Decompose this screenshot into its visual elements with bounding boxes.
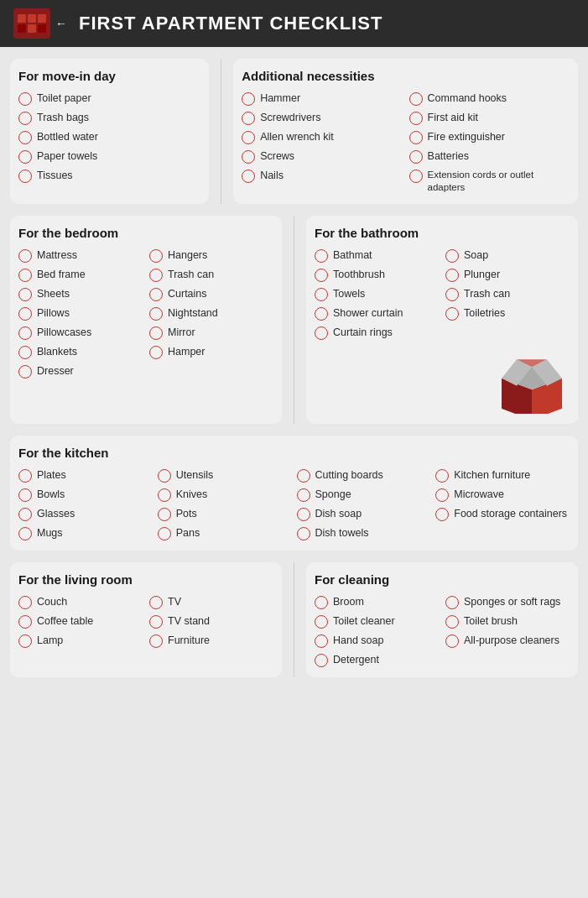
logo-cell-1 <box>18 14 26 23</box>
checkbox-circle[interactable] <box>445 269 459 282</box>
checkbox-circle[interactable] <box>149 269 163 282</box>
checkbox-circle[interactable] <box>297 508 310 521</box>
checkbox-circle[interactable] <box>315 634 328 648</box>
list-item: Broom <box>315 595 439 609</box>
checkbox-circle[interactable] <box>435 488 449 502</box>
checkbox-circle[interactable] <box>242 112 255 125</box>
row-move-in-additional: For move-in day Toilet paper Trash bags … <box>10 59 578 204</box>
list-item: Pillows <box>18 306 143 321</box>
checkbox-circle[interactable] <box>315 326 328 340</box>
list-item: Hand soap <box>315 634 439 648</box>
checkbox-circle[interactable] <box>297 488 310 502</box>
bedroom-columns: Mattress Bed frame Sheets Pillows Pillow… <box>18 248 273 379</box>
list-item: TV stand <box>149 614 273 629</box>
checkbox-circle[interactable] <box>149 346 163 359</box>
checkbox-circle[interactable] <box>18 288 32 301</box>
list-item: Food storage containers <box>435 507 570 521</box>
checkbox-circle[interactable] <box>315 307 328 321</box>
checkbox-circle[interactable] <box>18 527 32 540</box>
checkbox-circle[interactable] <box>409 170 423 183</box>
checkbox-circle[interactable] <box>18 508 32 521</box>
checkbox-circle[interactable] <box>158 469 171 483</box>
row-bedroom-bathroom: For the bedroom Mattress Bed frame Sheet… <box>10 216 578 424</box>
list-item: Mirror <box>149 326 273 340</box>
checkbox-circle[interactable] <box>18 346 32 359</box>
cleaning-col1: Broom Toilet cleaner Hand soap Detergent <box>315 595 439 667</box>
checkbox-circle[interactable] <box>297 469 310 483</box>
checkbox-circle[interactable] <box>18 634 32 648</box>
checkbox-circle[interactable] <box>18 112 32 125</box>
checkbox-circle[interactable] <box>149 596 163 609</box>
checkbox-circle[interactable] <box>242 92 255 106</box>
checkbox-circle[interactable] <box>18 488 32 502</box>
logo-cell-6 <box>38 24 46 33</box>
row-living-cleaning: For the living room Couch Coffee table L… <box>10 562 578 677</box>
section-living-room: For the living room Couch Coffee table L… <box>10 562 282 677</box>
back-arrow-icon[interactable]: ← <box>55 17 67 30</box>
checkbox-circle[interactable] <box>409 150 423 164</box>
checkbox-circle[interactable] <box>149 634 163 648</box>
list-item: Pillowcases <box>18 326 143 340</box>
checkbox-circle[interactable] <box>445 634 459 648</box>
list-item: Glasses <box>18 507 153 521</box>
checkbox-circle[interactable] <box>18 307 32 321</box>
checkbox-circle[interactable] <box>18 326 32 340</box>
checkbox-circle[interactable] <box>158 488 171 502</box>
checkbox-circle[interactable] <box>297 527 310 540</box>
checkbox-circle[interactable] <box>18 615 32 629</box>
checkbox-circle[interactable] <box>409 92 423 106</box>
checkbox-circle[interactable] <box>18 365 32 379</box>
checkbox-circle[interactable] <box>445 288 459 301</box>
list-item: Pans <box>158 526 292 540</box>
checkbox-circle[interactable] <box>18 92 32 106</box>
checkbox-circle[interactable] <box>18 469 32 483</box>
checkbox-circle[interactable] <box>149 615 163 629</box>
checkbox-circle[interactable] <box>315 615 328 629</box>
list-item: Trash can <box>149 268 273 282</box>
checkbox-circle[interactable] <box>409 131 423 144</box>
checkbox-circle[interactable] <box>18 269 32 282</box>
checkbox-circle[interactable] <box>242 131 255 144</box>
list-item: Bed frame <box>18 268 143 282</box>
list-item: Curtains <box>149 287 273 301</box>
list-item: Microwave <box>435 488 570 502</box>
logo-cell-4 <box>18 24 26 33</box>
list-item: Coffee table <box>18 614 143 629</box>
checkbox-circle[interactable] <box>315 654 328 667</box>
checkbox-circle[interactable] <box>445 615 459 629</box>
checkbox-circle[interactable] <box>18 170 32 183</box>
section-bathroom: For the bathroom Bathmat Toothbrush Towe… <box>306 216 578 424</box>
kitchen-col1: Plates Bowls Glasses Mugs <box>18 468 153 540</box>
checkbox-circle[interactable] <box>445 307 459 321</box>
checkbox-circle[interactable] <box>149 288 163 301</box>
checkbox-circle[interactable] <box>158 508 171 521</box>
checkbox-circle[interactable] <box>18 596 32 609</box>
checkbox-circle[interactable] <box>445 249 459 263</box>
checkbox-circle[interactable] <box>149 326 163 340</box>
checkbox-circle[interactable] <box>242 170 255 183</box>
checkbox-circle[interactable] <box>435 508 449 521</box>
checkbox-circle[interactable] <box>445 596 459 609</box>
checkbox-circle[interactable] <box>18 249 32 263</box>
section-cleaning-title: For cleaning <box>315 572 570 587</box>
bedroom-col2: Hangers Trash can Curtains Nightstand Mi… <box>149 248 273 379</box>
bathroom-col2: Soap Plunger Trash can Toiletries <box>445 248 570 340</box>
page-title: FIRST APARTMENT CHECKLIST <box>79 13 382 34</box>
checkbox-circle[interactable] <box>149 307 163 321</box>
checkbox-circle[interactable] <box>315 249 328 263</box>
checkbox-circle[interactable] <box>409 112 423 125</box>
checkbox-circle[interactable] <box>18 131 32 144</box>
list-item: Hangers <box>149 248 273 263</box>
checkbox-circle[interactable] <box>315 269 328 282</box>
living-room-col1: Couch Coffee table Lamp <box>18 595 143 648</box>
checkbox-circle[interactable] <box>315 288 328 301</box>
checkbox-circle[interactable] <box>315 596 328 609</box>
bedroom-col1: Mattress Bed frame Sheets Pillows Pillow… <box>18 248 143 379</box>
checkbox-circle[interactable] <box>435 469 449 483</box>
checkbox-circle[interactable] <box>18 150 32 164</box>
list-item: Blankets <box>18 345 143 359</box>
checkbox-circle[interactable] <box>158 527 171 540</box>
checkbox-circle[interactable] <box>242 150 255 164</box>
section-bedroom: For the bedroom Mattress Bed frame Sheet… <box>10 216 282 424</box>
checkbox-circle[interactable] <box>149 249 163 263</box>
